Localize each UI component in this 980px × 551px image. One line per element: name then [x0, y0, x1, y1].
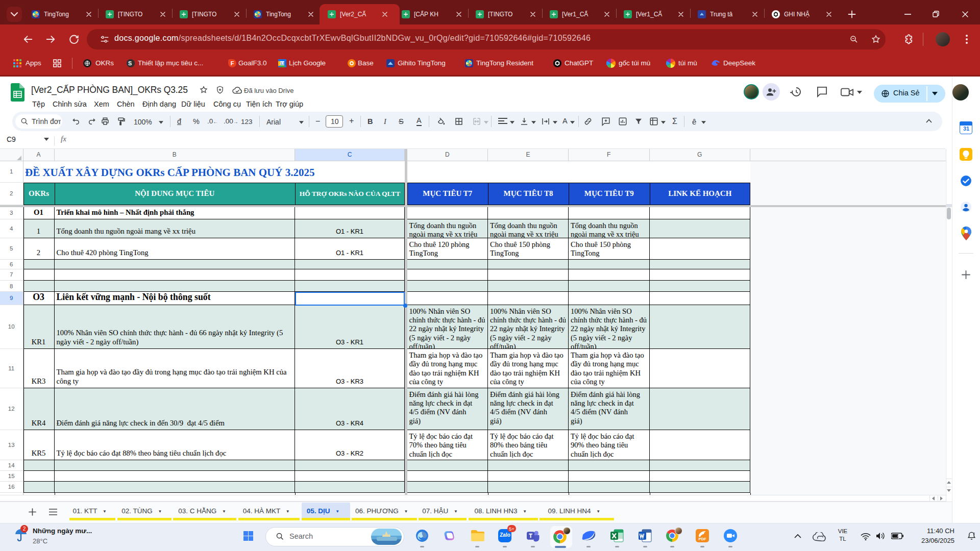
svg-text:12: 12 — [280, 61, 284, 66]
svg-text:z: z — [973, 532, 975, 535]
